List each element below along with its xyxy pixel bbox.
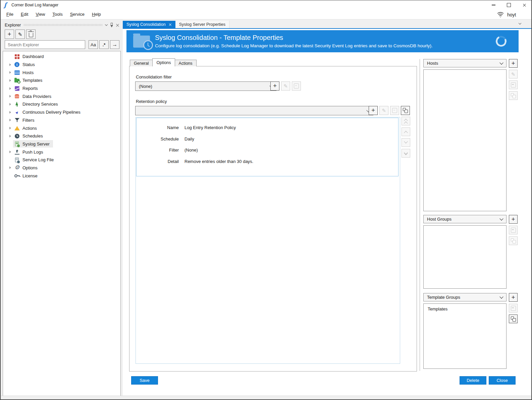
consolidation-filter-dropdown[interactable]: (None) xyxy=(135,81,276,91)
tab-close-icon[interactable] xyxy=(169,23,172,26)
consolidation-filter-remove-button[interactable] xyxy=(292,81,301,91)
properties-tab-actions[interactable]: Actions xyxy=(175,60,197,66)
save-button[interactable]: Save xyxy=(131,376,158,385)
tree-item-reports[interactable]: Reports xyxy=(3,84,120,93)
regex-button[interactable]: .* xyxy=(99,40,109,49)
hosts-remove-button[interactable] xyxy=(509,80,518,89)
retention-policy-dropdown[interactable] xyxy=(135,106,373,115)
panel-close-icon[interactable] xyxy=(116,23,119,26)
folder-clock-icon xyxy=(133,36,150,48)
host-groups-copy-button[interactable] xyxy=(509,236,518,245)
explorer-delete-button[interactable] xyxy=(26,30,36,39)
hosts-edit-button[interactable]: ✎ xyxy=(509,70,518,78)
retention-policy-remove-button[interactable] xyxy=(390,106,399,115)
tree-item-syslog-server[interactable]: Syslog Server xyxy=(3,140,120,148)
expander-icon[interactable] xyxy=(7,95,13,98)
close-button[interactable] xyxy=(517,0,532,10)
filters-icon xyxy=(15,118,19,122)
expander-icon[interactable] xyxy=(7,119,13,121)
host-groups-title: Host Groups xyxy=(427,217,500,222)
menu-item-service[interactable]: Service xyxy=(66,10,88,19)
panel-menu-chevron-icon[interactable] xyxy=(105,23,108,25)
move-to-bottom-button[interactable] xyxy=(402,149,410,158)
host-groups-section-header[interactable]: Host Groups xyxy=(423,215,507,223)
explorer-edit-button[interactable]: ✎ xyxy=(15,30,25,39)
menu-item-help[interactable]: Help xyxy=(88,10,105,19)
move-down-button[interactable] xyxy=(402,138,410,147)
expander-icon[interactable] xyxy=(7,63,13,66)
host-groups-remove-button[interactable] xyxy=(509,226,518,234)
host-groups-add-button[interactable]: + xyxy=(509,215,518,224)
consolidation-filter-value: (None) xyxy=(139,84,270,89)
tree-item-continuous-delivery-pipelines[interactable]: Continuous Delivery Pipelines xyxy=(3,108,120,116)
tree-item-push-logs[interactable]: Push Logs xyxy=(3,148,120,156)
document-tab-syslog-consolidation[interactable]: Syslog Consolidation xyxy=(123,21,175,28)
tree-item-data-providers[interactable]: Data Providers xyxy=(3,92,120,100)
tree-item-status[interactable]: Status xyxy=(3,61,120,69)
hosts-list[interactable] xyxy=(423,69,507,211)
expander-icon[interactable] xyxy=(7,127,13,129)
tree-item-filters[interactable]: Filters xyxy=(3,116,120,124)
hosts-title: Hosts xyxy=(427,61,500,66)
move-up-button[interactable] xyxy=(402,127,410,136)
expander-icon[interactable] xyxy=(7,103,13,106)
tree-item-templates[interactable]: Templates xyxy=(3,76,120,84)
dashboard-icon xyxy=(15,54,19,59)
expander-icon[interactable] xyxy=(7,87,13,90)
menu-item-edit[interactable]: Edit xyxy=(17,10,32,19)
template-groups-remove-button[interactable] xyxy=(509,304,518,312)
host-groups-list[interactable] xyxy=(423,225,507,289)
tree-item-dashboard[interactable]: Dashboard xyxy=(3,53,120,61)
tree-item-license[interactable]: License xyxy=(3,172,120,180)
template-groups-add-button[interactable]: + xyxy=(509,293,518,302)
panel-splitter[interactable] xyxy=(420,59,420,371)
consolidation-filter-edit-button[interactable]: ✎ xyxy=(281,81,290,91)
template-groups-list[interactable]: Templates xyxy=(423,303,507,369)
tree-item-service-log-file[interactable]: Service Log File xyxy=(3,156,120,164)
tree-item-directory-services[interactable]: Directory Services xyxy=(3,100,120,108)
document-tab-syslog-server-properties[interactable]: Syslog Server Properties xyxy=(175,21,229,28)
explorer-add-button[interactable]: + xyxy=(5,30,14,39)
consolidation-filter-add-button[interactable]: + xyxy=(270,81,279,91)
menu-item-file[interactable]: File xyxy=(3,10,17,19)
expander-icon[interactable] xyxy=(7,135,13,137)
expander-icon[interactable] xyxy=(7,166,13,169)
tree-item-options[interactable]: Options xyxy=(3,164,120,172)
search-input[interactable] xyxy=(5,40,85,49)
expander-icon[interactable] xyxy=(7,71,13,74)
delete-button[interactable]: Delete xyxy=(460,376,486,385)
retention-policy-edit-button[interactable]: ✎ xyxy=(379,106,388,115)
close-dialog-button[interactable]: Close xyxy=(489,376,516,385)
tree-item-schedules[interactable]: Schedules xyxy=(3,132,120,140)
hosts-add-button[interactable]: + xyxy=(509,59,518,68)
retention-policy-copy-button[interactable] xyxy=(401,106,410,115)
menu-item-view[interactable]: View xyxy=(32,10,49,19)
template-groups-section-header[interactable]: Template Groups xyxy=(423,293,507,301)
pipelines-icon xyxy=(15,110,19,114)
template-group-item-templates[interactable]: Templates xyxy=(428,306,502,311)
retention-policy-add-button[interactable]: + xyxy=(369,106,378,115)
expander-icon[interactable] xyxy=(7,111,13,114)
menu-item-tools[interactable]: Tools xyxy=(49,10,66,19)
template-groups-copy-button[interactable] xyxy=(509,315,518,323)
minimize-button[interactable] xyxy=(486,0,501,10)
hosts-section-header[interactable]: Hosts xyxy=(423,59,507,67)
retention-policy-card[interactable]: NameLog Entry Retention PolicyScheduleDa… xyxy=(136,118,398,176)
maximize-button[interactable] xyxy=(501,0,517,10)
options-icon xyxy=(14,165,19,171)
double-chevron-up-icon xyxy=(404,121,408,125)
search-next-button[interactable]: → xyxy=(110,40,119,49)
properties-tab-options[interactable]: Options xyxy=(152,58,175,66)
expander-icon[interactable] xyxy=(7,79,13,82)
properties-tab-general[interactable]: General xyxy=(130,60,153,66)
tree-item-label: Service Log File xyxy=(22,157,54,162)
chevron-down-icon xyxy=(499,295,503,298)
match-case-button[interactable]: Aa xyxy=(89,40,98,49)
tree-item-actions[interactable]: Actions xyxy=(3,124,120,132)
properties-tab-bar: GeneralOptionsActions xyxy=(130,58,196,66)
expander-icon[interactable] xyxy=(7,151,13,153)
pin-icon[interactable] xyxy=(110,23,113,27)
tree-item-hosts[interactable]: Hosts xyxy=(3,68,120,76)
hosts-copy-button[interactable] xyxy=(509,91,518,100)
move-to-top-button[interactable] xyxy=(402,117,410,125)
